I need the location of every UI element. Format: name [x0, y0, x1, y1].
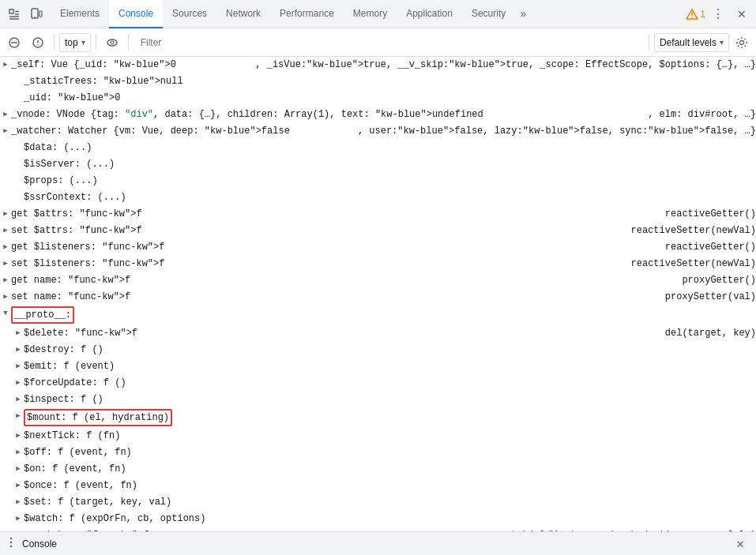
line-content: __proto__: — [11, 306, 756, 324]
tab-memory[interactable]: Memory — [344, 0, 397, 28]
tab-performance[interactable]: Performance — [270, 0, 344, 28]
console-line[interactable]: ▶get $listeners: "func-kw">f reactiveGet… — [0, 239, 756, 256]
expand-arrow[interactable]: ▶ — [0, 58, 11, 72]
console-line[interactable]: ▶$forceUpdate: f () — [0, 375, 756, 392]
pause-exceptions-button[interactable] — [27, 32, 49, 54]
console-toolbar: top ▾ Default levels ▾ — [0, 28, 756, 57]
expand-arrow[interactable]: ▶ — [13, 326, 24, 340]
line-content: set name: "func-kw">f — [11, 290, 665, 304]
drawer-dots-icon[interactable] — [6, 536, 16, 552]
expand-arrow[interactable]: ▶ — [0, 124, 11, 138]
console-output[interactable]: ▶_self: Vue {_uid: "kw-blue">0, _isVue: … — [0, 57, 756, 531]
svg-rect-6 — [39, 11, 42, 17]
svg-point-10 — [692, 17, 694, 18]
more-options-icon[interactable]: ⋮ — [707, 3, 729, 25]
expand-arrow[interactable]: ▶ — [13, 445, 24, 459]
expand-arrow[interactable]: ▶ — [13, 392, 24, 407]
expand-arrow[interactable]: ▶ — [0, 290, 11, 304]
expand-arrow[interactable]: ▶ — [13, 495, 24, 509]
console-line[interactable]: ▶$watch: f (expOrFn, cb, options) — [0, 511, 756, 527]
expand-arrow[interactable]: ▶ — [13, 343, 24, 357]
tab-application[interactable]: Application — [397, 0, 462, 28]
console-line[interactable]: _uid: "kw-blue">0 — [0, 90, 756, 107]
console-line[interactable]: $props: (...) — [0, 173, 756, 189]
console-line[interactable]: ▶$on: f (event, fn) — [0, 461, 756, 478]
close-devtools-button[interactable]: ✕ — [731, 3, 753, 25]
line-content: get $attrs: "func-kw">f — [11, 207, 665, 221]
expand-arrow[interactable]: ▶ — [0, 207, 11, 221]
expand-arrow[interactable]: ▶ — [0, 107, 11, 122]
tab-security[interactable]: Security — [462, 0, 515, 28]
tab-network[interactable]: Network — [216, 0, 270, 28]
svg-point-21 — [10, 545, 12, 546]
console-line[interactable]: ▶__patch__: "func-kw">f patch(oldVnode, … — [0, 527, 756, 531]
close-drawer-button[interactable]: ✕ — [731, 534, 750, 553]
console-line[interactable]: $data: (...) — [0, 140, 756, 156]
line-content: _watcher: Watcher {vm: Vue, deep: "kw-bl… — [11, 124, 358, 138]
line-content: __patch__: "func-kw">f — [24, 528, 500, 531]
console-line[interactable]: ▶$inspect: f () — [0, 392, 756, 408]
console-line[interactable]: ▶$mount: f (el, hydrating) — [0, 408, 756, 428]
highlighted-content: $mount: f (el, hydrating) — [24, 409, 172, 426]
expand-arrow[interactable]: ▶ — [0, 223, 11, 238]
svg-point-17 — [111, 41, 114, 44]
log-level-selector[interactable]: Default levels ▾ — [654, 33, 729, 52]
line-content: $forceUpdate: f () — [24, 376, 756, 390]
console-line[interactable]: ▶$set: f (target, key, val) — [0, 494, 756, 511]
context-selector[interactable]: top ▾ — [59, 33, 91, 52]
console-line[interactable]: ▶_watcher: Watcher {vm: Vue, deep: "kw-b… — [0, 123, 756, 140]
line-content: $nextTick: f (fn) — [24, 429, 756, 443]
expand-arrow[interactable]: ▶ — [0, 273, 11, 287]
expand-arrow[interactable]: ▶ — [13, 429, 24, 443]
toolbar-separator-3 — [128, 35, 129, 51]
line-content: get $listeners: "func-kw">f — [11, 240, 665, 254]
console-line[interactable]: _staticTrees: "kw-blue">null — [0, 73, 756, 90]
expand-arrow[interactable]: ▶ — [13, 359, 24, 373]
expand-arrow[interactable]: ▶ — [13, 462, 24, 476]
settings-icon[interactable] — [731, 32, 753, 54]
console-line[interactable]: ▶get name: "func-kw">f proxyGetter() — [0, 272, 756, 289]
clear-console-button[interactable] — [3, 32, 25, 54]
console-line[interactable]: ▶set $listeners: "func-kw">f reactiveSet… — [0, 256, 756, 272]
filter-input[interactable] — [134, 33, 644, 52]
inspect-icon[interactable] — [3, 3, 25, 25]
tab-console[interactable]: Console — [109, 0, 163, 28]
expand-arrow[interactable]: ▼ — [0, 306, 11, 321]
console-line[interactable]: ▶$off: f (event, fn) — [0, 444, 756, 461]
line-content: set $listeners: "func-kw">f — [11, 257, 631, 271]
line-content: _vnode: VNode {tag: "div", data: {…}, ch… — [11, 107, 648, 122]
expand-arrow[interactable]: ▶ — [13, 409, 24, 423]
expand-arrow[interactable]: ▶ — [0, 257, 11, 271]
warning-badge[interactable]: 1 — [686, 9, 705, 20]
console-line[interactable]: ▼__proto__: — [0, 306, 756, 325]
console-line[interactable]: ▶$once: f (event, fn) — [0, 478, 756, 494]
console-line[interactable]: ▶$nextTick: f (fn) — [0, 428, 756, 444]
svg-point-18 — [740, 40, 744, 44]
console-line[interactable]: $isServer: (...) — [0, 156, 756, 173]
expand-arrow[interactable]: ▶ — [13, 478, 24, 493]
expand-arrow[interactable]: ▶ — [0, 240, 11, 254]
console-line[interactable]: ▶_vnode: VNode {tag: "div", data: {…}, c… — [0, 107, 756, 123]
tab-bar-left — [0, 3, 51, 25]
console-line[interactable]: ▶set $attrs: "func-kw">f reactiveSetter(… — [0, 223, 756, 239]
tab-elements[interactable]: Elements — [51, 0, 109, 28]
expand-arrow[interactable]: ▶ — [13, 512, 24, 526]
console-drawer-label: Console — [22, 538, 57, 549]
console-line[interactable]: ▶get $attrs: "func-kw">f reactiveGetter(… — [0, 206, 756, 223]
line-content: $isServer: (...) — [24, 157, 756, 171]
console-line[interactable]: ▶$destroy: f () — [0, 342, 756, 358]
line-content: $ssrContext: (...) — [24, 190, 756, 204]
console-line[interactable]: $ssrContext: (...) — [0, 189, 756, 206]
console-line[interactable]: ▶$emit: f (event) — [0, 358, 756, 375]
console-line[interactable]: ▶set name: "func-kw">f proxySetter(val) — [0, 289, 756, 306]
expand-arrow[interactable]: ▶ — [13, 528, 24, 531]
tab-sources[interactable]: Sources — [163, 0, 216, 28]
line-content: $delete: "func-kw">f — [24, 326, 665, 340]
more-tabs-button[interactable]: » — [515, 0, 531, 28]
expand-arrow[interactable]: ▶ — [13, 376, 24, 390]
bottom-bar: Console ✕ — [0, 531, 756, 555]
device-icon[interactable] — [25, 3, 47, 25]
console-line[interactable]: ▶_self: Vue {_uid: "kw-blue">0, _isVue: … — [0, 57, 756, 73]
console-line[interactable]: ▶$delete: "func-kw">f del(target, key) — [0, 325, 756, 342]
eye-icon[interactable] — [101, 32, 123, 54]
